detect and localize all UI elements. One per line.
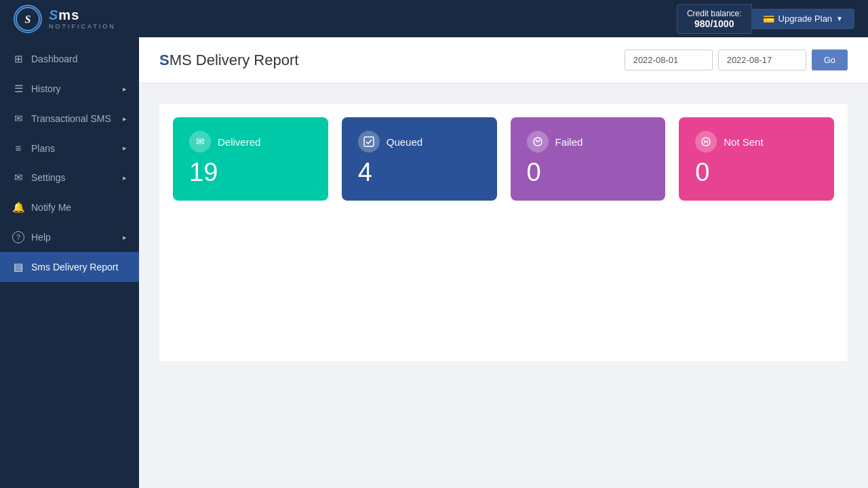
- chevron-right-icon: ▸: [123, 115, 127, 123]
- top-bar: S Sms NOTIFICATION Credit balance: 980/1…: [0, 0, 868, 37]
- chevron-right-icon: ▸: [123, 174, 127, 182]
- date-to-input[interactable]: [718, 49, 806, 70]
- plans-icon: ≡: [12, 142, 24, 154]
- logo-main-text: Sms: [49, 7, 116, 23]
- failed-icon: [527, 131, 549, 152]
- stats-panel: ✉ Delivered 19: [159, 104, 848, 361]
- credit-balance-display: Credit balance: 980/1000: [677, 4, 752, 34]
- sidebar: ⊞ Dashboard ☰ History ▸ ✉ Transactional …: [0, 37, 139, 488]
- not-sent-card-header: Not Sent: [695, 131, 818, 152]
- svg-point-5: [538, 140, 540, 141]
- not-sent-value: 0: [695, 158, 818, 187]
- sidebar-item-plans[interactable]: ≡ Plans ▸: [0, 134, 139, 163]
- queued-card: Queued 4: [342, 117, 497, 201]
- go-button[interactable]: Go: [812, 49, 848, 70]
- settings-icon: ✉: [12, 171, 24, 184]
- queued-value: 4: [358, 158, 481, 187]
- credit-label: Credit balance:: [687, 9, 742, 18]
- top-right-actions: Credit balance: 980/1000 💳 Upgrade Plan …: [677, 4, 854, 34]
- failed-label: Failed: [555, 136, 583, 148]
- not-sent-label: Not Sent: [724, 136, 763, 148]
- upgrade-plan-button[interactable]: 💳 Upgrade Plan ▼: [752, 9, 854, 29]
- stats-cards-row: ✉ Delivered 19: [173, 117, 834, 201]
- failed-card: Failed 0: [511, 117, 666, 201]
- sidebar-item-history[interactable]: ☰ History ▸: [0, 74, 139, 104]
- sidebar-item-label: Transactional SMS: [31, 113, 111, 124]
- sidebar-item-label: Dashboard: [31, 54, 78, 64]
- delivered-card: ✉ Delivered 19: [173, 117, 328, 201]
- sidebar-item-settings[interactable]: ✉ Settings ▸: [0, 163, 139, 192]
- queued-label: Queued: [387, 136, 422, 148]
- sms-delivery-report-icon: ▤: [12, 261, 24, 273]
- svg-text:S: S: [25, 14, 31, 25]
- logo-circle: S: [14, 5, 42, 33]
- logo-text: Sms NOTIFICATION: [49, 7, 116, 30]
- help-icon: ?: [12, 231, 24, 243]
- dashboard-icon: ⊞: [12, 53, 24, 65]
- not-sent-card: Not Sent 0: [679, 117, 834, 201]
- chevron-down-icon: ▼: [836, 15, 843, 22]
- svg-point-4: [536, 140, 537, 141]
- queued-icon: [358, 131, 380, 152]
- history-icon: ☰: [12, 83, 24, 95]
- delivered-card-header: ✉ Delivered: [189, 131, 312, 152]
- failed-value: 0: [527, 158, 650, 187]
- date-filter: Go: [625, 49, 848, 70]
- credit-amount: 980/1000: [687, 18, 742, 29]
- svg-point-8: [707, 140, 708, 142]
- svg-rect-2: [364, 137, 374, 146]
- delivered-value: 19: [189, 158, 312, 187]
- sidebar-item-label: Plans: [31, 143, 55, 154]
- page-header: SMS Delivery Report Go: [139, 37, 868, 83]
- main-layout: ⊞ Dashboard ☰ History ▸ ✉ Transactional …: [0, 37, 868, 488]
- content-area: SMS Delivery Report Go ✉ Delivered: [139, 37, 868, 488]
- chevron-right-icon: ▸: [123, 85, 127, 94]
- sidebar-item-label: Notify Me: [31, 202, 71, 213]
- sidebar-item-transactional-sms[interactable]: ✉ Transactional SMS ▸: [0, 104, 139, 134]
- date-from-input[interactable]: [625, 49, 713, 70]
- sidebar-item-label: Settings: [31, 172, 66, 183]
- delivered-label: Delivered: [218, 136, 260, 148]
- queued-card-header: Queued: [358, 131, 481, 152]
- svg-point-7: [704, 140, 705, 142]
- main-content: ✉ Delivered 19: [139, 83, 868, 488]
- delivered-icon: ✉: [189, 131, 211, 152]
- sidebar-item-notify-me[interactable]: 🔔 Notify Me: [0, 192, 139, 222]
- logo-area: S Sms NOTIFICATION: [14, 5, 116, 33]
- transactional-sms-icon: ✉: [12, 113, 24, 125]
- chevron-right-icon: ▸: [123, 144, 127, 152]
- sidebar-item-label: Help: [31, 232, 51, 243]
- not-sent-icon: [695, 131, 717, 152]
- page-title: SMS Delivery Report: [159, 52, 298, 69]
- sidebar-item-label: Sms Delivery Report: [31, 262, 118, 272]
- notify-me-icon: 🔔: [12, 201, 24, 214]
- sidebar-item-dashboard[interactable]: ⊞ Dashboard: [0, 44, 139, 74]
- sidebar-item-sms-delivery-report[interactable]: ▤ Sms Delivery Report: [0, 252, 139, 282]
- failed-card-header: Failed: [527, 131, 650, 152]
- logo-sub-text: NOTIFICATION: [49, 23, 116, 30]
- sidebar-item-label: History: [31, 83, 61, 94]
- sidebar-item-help[interactable]: ? Help ▸: [0, 222, 139, 252]
- upgrade-icon: 💳: [763, 14, 774, 24]
- chevron-right-icon: ▸: [123, 233, 127, 242]
